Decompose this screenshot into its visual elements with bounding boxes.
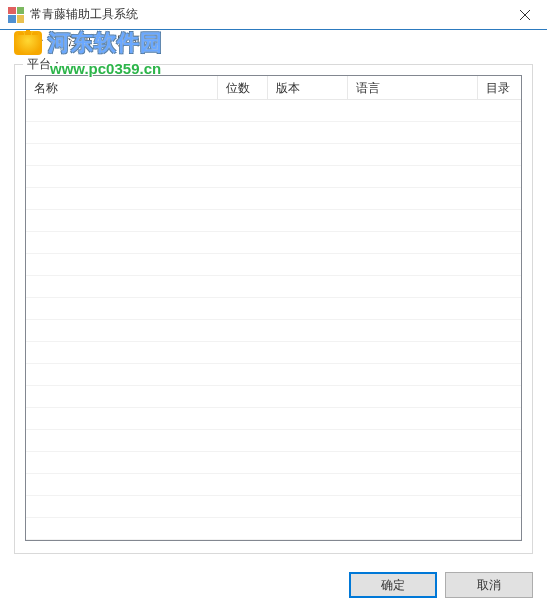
column-header-version[interactable]: 版本 (268, 76, 348, 99)
ok-button[interactable]: 确定 (349, 572, 437, 598)
table-body (26, 100, 521, 540)
table-row[interactable] (26, 342, 521, 364)
table-row[interactable] (26, 188, 521, 210)
table-row[interactable] (26, 276, 521, 298)
table-row[interactable] (26, 518, 521, 540)
table-row[interactable] (26, 298, 521, 320)
window-title: 常青藤辅助工具系统 (30, 6, 138, 23)
close-button[interactable] (502, 0, 547, 29)
menu-interface[interactable]: 界面 (106, 31, 150, 52)
platform-table[interactable]: 名称 位数 版本 语言 目录 (25, 75, 522, 541)
table-row[interactable] (26, 210, 521, 232)
table-row[interactable] (26, 166, 521, 188)
table-row[interactable] (26, 408, 521, 430)
dialog-footer: 确定 取消 (349, 572, 533, 598)
groupbox-label: 平台： (23, 56, 67, 73)
table-row[interactable] (26, 364, 521, 386)
table-row[interactable] (26, 122, 521, 144)
table-row[interactable] (26, 320, 521, 342)
column-header-name[interactable]: 名称 (26, 76, 218, 99)
table-row[interactable] (26, 474, 521, 496)
menu-platform[interactable]: 平台 (10, 31, 54, 52)
table-row[interactable] (26, 144, 521, 166)
app-icon (8, 7, 24, 23)
table-row[interactable] (26, 430, 521, 452)
column-header-language[interactable]: 语言 (348, 76, 478, 99)
table-row[interactable] (26, 254, 521, 276)
title-bar: 常青藤辅助工具系统 (0, 0, 547, 30)
menu-register[interactable]: 注册 (58, 31, 102, 52)
table-row[interactable] (26, 100, 521, 122)
table-row[interactable] (26, 452, 521, 474)
table-row[interactable] (26, 496, 521, 518)
table-row[interactable] (26, 386, 521, 408)
cancel-button[interactable]: 取消 (445, 572, 533, 598)
menu-bar: 平台 注册 界面 (0, 30, 547, 52)
table-row[interactable] (26, 232, 521, 254)
column-header-bits[interactable]: 位数 (218, 76, 268, 99)
table-header: 名称 位数 版本 语言 目录 (26, 76, 521, 100)
platform-groupbox: 平台： 名称 位数 版本 语言 目录 (14, 64, 533, 554)
column-header-directory[interactable]: 目录 (478, 76, 521, 99)
content-area: 平台： 名称 位数 版本 语言 目录 (0, 52, 547, 554)
close-icon (520, 10, 530, 20)
